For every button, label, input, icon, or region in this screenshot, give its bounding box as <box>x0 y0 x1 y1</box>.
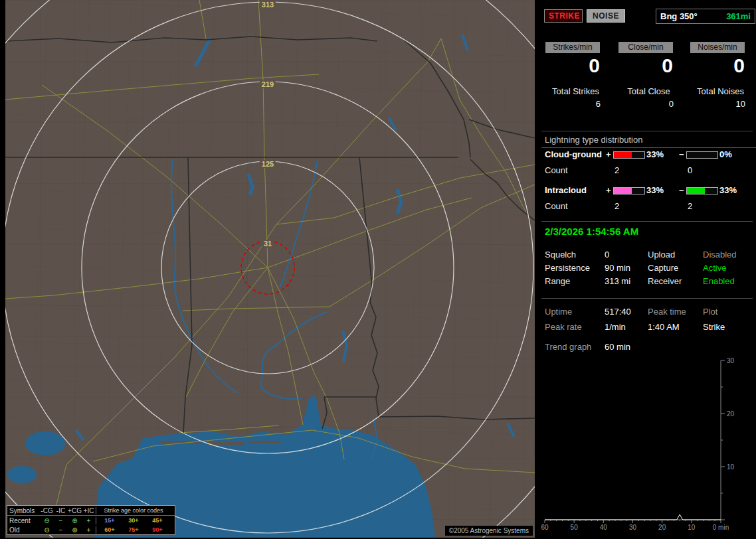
range-ring-label: 313 <box>260 1 276 9</box>
plot-label: Plot <box>703 307 717 317</box>
upload-label: Upload <box>648 250 675 260</box>
svg-text:30: 30 <box>629 524 637 531</box>
ic-plus-count: 2 <box>614 201 619 211</box>
svg-text:50: 50 <box>571 524 579 531</box>
minus-sign: − <box>679 185 684 195</box>
total-strikes-value: 6 <box>544 99 607 109</box>
pos-ic-icon: + <box>82 517 96 524</box>
pos-cg-icon: ⊕ <box>68 517 82 524</box>
cg-plus-bar <box>613 151 645 159</box>
persistence-value: 90 min <box>605 263 630 273</box>
range-label: Range <box>545 276 570 286</box>
persistence-label: Persistence <box>545 263 590 273</box>
total-noises-value: 10 <box>689 99 752 109</box>
peak-time-label: Peak time <box>648 307 686 317</box>
count-label: Count <box>545 201 568 211</box>
ic-plus-pct: 33% <box>646 185 664 195</box>
legend-header-row: Symbols -CG -IC +CG +IC Strike age color… <box>7 506 175 516</box>
plus-sign: + <box>606 149 611 159</box>
cg-minus-bar <box>686 151 718 159</box>
divider <box>541 298 753 299</box>
legend-recent-row: Recent ⊖ − ⊕ + 15+30+45+ <box>7 516 175 525</box>
pos-ic-header: +IC <box>82 507 96 514</box>
trend-graph-label: Trend graph <box>545 342 591 352</box>
pos-ic-icon: + <box>82 526 96 534</box>
peak-rate-label: Peak rate <box>545 322 582 332</box>
strike-mode-button[interactable]: STRIKE <box>544 9 583 23</box>
receiver-status: Enabled <box>703 276 735 286</box>
map-legend: Symbols -CG -IC +CG +IC Strike age color… <box>7 505 175 535</box>
noise-mode-button[interactable]: NOISE <box>587 9 625 23</box>
ic-minus-pct: 33% <box>719 185 737 195</box>
strikes-per-min-chip: Strikes/min <box>545 42 600 53</box>
peak-rate-value: 1/min <box>605 322 626 332</box>
total-strikes-label: Total Strikes <box>544 86 607 96</box>
svg-text:10: 10 <box>727 463 735 471</box>
cg-minus-pct: 0% <box>719 149 732 159</box>
neg-ic-icon: − <box>54 517 68 524</box>
upload-status: Disabled <box>703 250 737 260</box>
capture-status: Active <box>703 263 726 273</box>
noises-per-min-chip: Noises/min <box>690 42 745 53</box>
intracloud-label: Intracloud <box>545 185 587 195</box>
svg-text:40: 40 <box>600 524 608 531</box>
divider <box>541 131 753 131</box>
range-ring-label: 125 <box>260 160 276 168</box>
svg-text:60: 60 <box>541 524 549 531</box>
bearing-display: Bng 350° 361mi <box>656 9 755 24</box>
neg-cg-header: -CG <box>40 507 54 514</box>
datetime-display: 2/3/2026 1:54:56 AM <box>545 226 638 237</box>
trend-window-value: 60 min <box>605 342 630 352</box>
svg-text:30: 30 <box>727 357 735 364</box>
ic-plus-bar <box>613 187 645 194</box>
total-close-label: Total Close <box>617 86 680 96</box>
recent-label: Recent <box>7 517 40 524</box>
noises-per-min-value: 0 <box>690 55 745 76</box>
svg-text:10: 10 <box>688 524 696 531</box>
pos-cg-header: +CG <box>68 507 82 514</box>
legend-symbols-header: Symbols <box>7 507 40 514</box>
status-panel: STRIKE NOISE Bng 350° 361mi Strikes/min … <box>541 0 756 539</box>
distribution-title: Lightning type distribution <box>541 135 756 148</box>
svg-text:20: 20 <box>727 410 735 418</box>
age-codes-header: Strike age color codes <box>96 507 171 514</box>
range-ring-label: 219 <box>260 80 276 88</box>
cloud-ground-label: Cloud-ground <box>545 149 602 159</box>
ic-minus-count: 2 <box>688 201 692 211</box>
squelch-value: 0 <box>605 250 609 260</box>
legend-old-row: Old ⊖ − ⊕ + 60+75+90+ <box>7 525 175 534</box>
minus-sign: − <box>679 149 684 159</box>
uptime-value: 517:40 <box>605 307 631 317</box>
range-value: 313 mi <box>605 276 630 286</box>
total-close-value: 0 <box>617 99 680 109</box>
close-per-min-chip: Close/min <box>618 42 673 53</box>
age-45: 45+ <box>145 517 169 524</box>
age-30: 30+ <box>122 517 145 524</box>
squelch-label: Squelch <box>545 250 576 260</box>
close-per-min-value: 0 <box>618 55 673 76</box>
count-label: Count <box>545 165 568 175</box>
svg-text:0 min: 0 min <box>713 524 729 531</box>
uptime-label: Uptime <box>545 307 572 317</box>
ic-minus-bar <box>686 187 718 194</box>
total-noises-label: Total Noises <box>689 86 752 96</box>
divider <box>541 221 753 222</box>
receiver-label: Receiver <box>648 276 682 286</box>
pos-cg-icon: ⊕ <box>68 526 82 534</box>
range-ring-label: 31 <box>262 240 274 248</box>
old-label: Old <box>7 526 40 534</box>
lightning-map[interactable]: 313 219 125 31 Symbols -CG -IC +CG +IC S… <box>5 0 535 538</box>
cg-plus-pct: 33% <box>646 149 664 159</box>
copyright-label: ©2005 Astrogenic Systems <box>445 526 533 536</box>
age-75: 75+ <box>122 526 145 533</box>
neg-cg-icon: ⊖ <box>40 526 54 534</box>
bearing-label: Bng 350° <box>660 11 698 21</box>
age-60: 60+ <box>98 526 122 533</box>
neg-ic-header: -IC <box>54 507 68 514</box>
app-window: 313 219 125 31 Symbols -CG -IC +CG +IC S… <box>0 0 756 539</box>
peak-time-value: 1:40 AM <box>648 322 680 332</box>
strikes-per-min-value: 0 <box>545 55 600 76</box>
age-90: 90+ <box>145 526 169 533</box>
cg-minus-count: 0 <box>688 165 692 175</box>
neg-cg-icon: ⊖ <box>40 517 54 524</box>
